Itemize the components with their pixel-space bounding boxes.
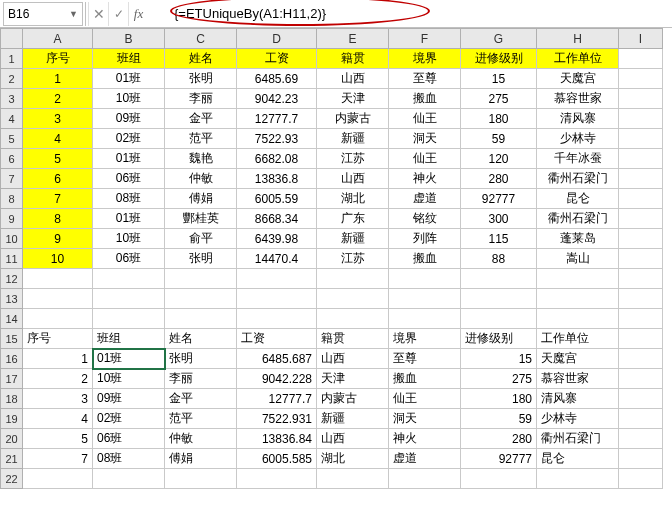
row-header[interactable]: 3 [1,89,23,109]
cell-empty[interactable] [537,289,619,309]
table-header[interactable]: 工资 [237,49,317,69]
cell[interactable]: 虚道 [389,449,461,469]
cell[interactable]: 280 [461,429,537,449]
row-header[interactable]: 12 [1,269,23,289]
cell[interactable]: 08班 [93,189,165,209]
cell-empty[interactable] [619,289,663,309]
col-header-G[interactable]: G [461,29,537,49]
cell-empty[interactable] [93,309,165,329]
cell[interactable]: 8 [23,209,93,229]
row-header[interactable]: 22 [1,469,23,489]
cell[interactable]: 至尊 [389,69,461,89]
cell-empty[interactable] [23,269,93,289]
cell[interactable]: 进修级别 [461,329,537,349]
row-header[interactable]: 19 [1,409,23,429]
cell-empty[interactable] [165,269,237,289]
cell[interactable]: 列阵 [389,229,461,249]
cell[interactable]: 6 [23,169,93,189]
cell[interactable]: 蓬莱岛 [537,229,619,249]
cell[interactable]: 1 [23,69,93,89]
cell[interactable]: 江苏 [317,249,389,269]
row-header[interactable]: 9 [1,209,23,229]
cell[interactable]: 14470.4 [237,249,317,269]
cell[interactable]: 280 [461,169,537,189]
cell[interactable]: 12777.7 [237,389,317,409]
row-header[interactable]: 7 [1,169,23,189]
col-header-E[interactable]: E [317,29,389,49]
cell-empty[interactable] [317,289,389,309]
cell-empty[interactable] [619,429,663,449]
cell[interactable]: 千年冰蚕 [537,149,619,169]
cell[interactable]: 至尊 [389,349,461,369]
accept-icon[interactable]: ✓ [108,2,128,26]
cell[interactable]: 姓名 [165,329,237,349]
name-box[interactable]: B16 ▼ [3,2,83,26]
cell[interactable]: 5 [23,429,93,449]
cell[interactable]: 新疆 [317,129,389,149]
row-header[interactable]: 15 [1,329,23,349]
cell[interactable]: 内蒙古 [317,109,389,129]
cell-empty[interactable] [619,409,663,429]
row-header[interactable]: 5 [1,129,23,149]
cell[interactable]: 9042.23 [237,89,317,109]
cell[interactable]: 广东 [317,209,389,229]
cell[interactable]: 仙王 [389,109,461,129]
row-header[interactable]: 20 [1,429,23,449]
cell[interactable]: 境界 [389,329,461,349]
cell[interactable]: 李丽 [165,369,237,389]
cell[interactable]: 2 [23,369,93,389]
cell-empty[interactable] [619,169,663,189]
cell-empty[interactable] [93,289,165,309]
cell[interactable]: 张明 [165,69,237,89]
dropdown-icon[interactable]: ▼ [69,9,78,19]
cell[interactable]: 工作单位 [537,329,619,349]
cell[interactable]: 06班 [93,429,165,449]
cell-empty[interactable] [619,349,663,369]
cell[interactable]: 02班 [93,409,165,429]
cell[interactable]: 俞平 [165,229,237,249]
cell[interactable]: 09班 [93,109,165,129]
cell-empty[interactable] [619,129,663,149]
cell[interactable]: 06班 [93,169,165,189]
cell[interactable]: 傅娟 [165,189,237,209]
cell[interactable]: 慕容世家 [537,369,619,389]
cell-empty[interactable] [237,309,317,329]
cell[interactable]: 新疆 [317,229,389,249]
cell-empty[interactable] [23,469,93,489]
cell[interactable]: 清风寨 [537,109,619,129]
row-header[interactable]: 16 [1,349,23,369]
cell[interactable]: 天津 [317,369,389,389]
cell[interactable]: 清风寨 [537,389,619,409]
cell[interactable]: 新疆 [317,409,389,429]
cell-empty[interactable] [619,209,663,229]
cell[interactable]: 6439.98 [237,229,317,249]
cell[interactable]: 张明 [165,249,237,269]
col-header-A[interactable]: A [23,29,93,49]
col-header-F[interactable]: F [389,29,461,49]
cell[interactable]: 59 [461,129,537,149]
spreadsheet-grid[interactable]: A B C D E F G H I 1 序号 班组 姓名 工资 籍贯 境界 进修… [0,28,672,489]
active-cell[interactable]: 01班 [93,349,165,369]
cell[interactable]: 2 [23,89,93,109]
cell[interactable]: 张明 [165,349,237,369]
cell[interactable]: 1 [23,349,93,369]
cell-empty[interactable] [619,449,663,469]
col-header-H[interactable]: H [537,29,619,49]
cell[interactable]: 仲敏 [165,169,237,189]
row-header[interactable]: 2 [1,69,23,89]
cell-empty[interactable] [237,269,317,289]
cell[interactable]: 魏艳 [165,149,237,169]
cell[interactable]: 7522.931 [237,409,317,429]
cell[interactable]: 衢州石梁门 [537,169,619,189]
cell[interactable]: 衢州石梁门 [537,429,619,449]
row-header[interactable]: 10 [1,229,23,249]
cell[interactable]: 08班 [93,449,165,469]
row-header[interactable]: 13 [1,289,23,309]
cell-empty[interactable] [461,309,537,329]
cell[interactable]: 01班 [93,209,165,229]
cell[interactable]: 内蒙古 [317,389,389,409]
cell[interactable]: 7 [23,449,93,469]
cell-empty[interactable] [389,269,461,289]
cell-empty[interactable] [537,309,619,329]
col-header-C[interactable]: C [165,29,237,49]
